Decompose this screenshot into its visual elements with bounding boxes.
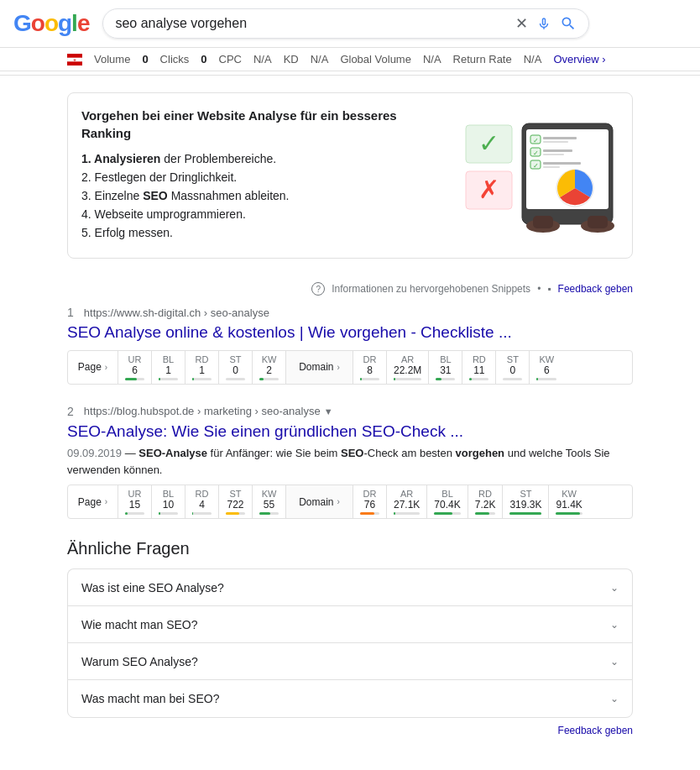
kw-bar-1 bbox=[259, 378, 279, 380]
dr-header-2: DR bbox=[363, 489, 377, 499]
ur-bar-1 bbox=[125, 378, 144, 380]
featured-snippet: Vorgehen bei einer Website Analyse für e… bbox=[67, 92, 633, 259]
volume-value: 0 bbox=[142, 53, 148, 65]
dst-value-2: 319.3K bbox=[509, 499, 541, 511]
kw-header-2: KW bbox=[262, 489, 277, 499]
kw-cell-2: KW 55 bbox=[253, 485, 286, 518]
cpc-value: N/A bbox=[253, 53, 272, 65]
domain-chevron-2: › bbox=[337, 497, 340, 506]
dst-bar-2 bbox=[509, 512, 541, 515]
kw-value-1: 2 bbox=[266, 364, 272, 376]
clear-button[interactable]: ✕ bbox=[515, 14, 528, 33]
info-icon: ? bbox=[311, 282, 325, 296]
question-item-3[interactable]: Warum SEO Analyse? ⌄ bbox=[67, 642, 633, 680]
result-2-title[interactable]: SEO-Analyse: Wie Sie einen gründlichen S… bbox=[67, 422, 463, 440]
chevron-right-icon: › bbox=[105, 363, 107, 372]
snippet-text: Vorgehen bei einer Website Analyse für e… bbox=[81, 107, 442, 244]
result-1-title[interactable]: SEO Analyse online & kostenlos | Wie vor… bbox=[67, 323, 512, 341]
ur-bar-2 bbox=[125, 512, 144, 515]
dbl-value-2: 70.4K bbox=[434, 499, 460, 511]
overview-link[interactable]: Overview › bbox=[553, 53, 605, 65]
st-bar-2 bbox=[226, 512, 245, 515]
st-cell-1: ST 0 bbox=[219, 351, 253, 384]
ur-header-1: UR bbox=[128, 354, 142, 364]
ar-cell-2: AR 27.1K bbox=[387, 485, 427, 518]
st-value-2: 722 bbox=[227, 499, 243, 511]
svg-text:+: + bbox=[73, 56, 76, 61]
dkw-cell-2: KW 91.4K bbox=[549, 485, 588, 518]
snippet-image: ✓ ✗ ✓ ✓ ✓ bbox=[459, 107, 619, 244]
logo-g: G bbox=[13, 10, 31, 36]
header: Google ✕ bbox=[0, 0, 700, 48]
url-dropdown-icon[interactable]: ▼ bbox=[324, 406, 333, 416]
metrics-row: Page › UR 6 BL 1 RD 1 bbox=[68, 351, 632, 384]
info-text: Informationen zu hervorgehobenen Snippet… bbox=[332, 283, 530, 295]
dkw-bar-1 bbox=[536, 378, 556, 380]
bl-bar-1 bbox=[159, 378, 178, 380]
logo-o2: o bbox=[44, 10, 58, 36]
bl-header-1: BL bbox=[163, 354, 174, 364]
svg-text:✓: ✓ bbox=[478, 129, 499, 157]
dr-bar-1 bbox=[360, 378, 379, 380]
bl-cell-1: BL 1 bbox=[152, 351, 185, 384]
dbl-value-1: 31 bbox=[440, 364, 451, 376]
search-input[interactable] bbox=[115, 16, 515, 31]
question-text-4: Was macht man bei SEO? bbox=[81, 692, 219, 705]
global-volume-label: Global Volume bbox=[340, 53, 411, 65]
kd-value: N/A bbox=[311, 53, 329, 65]
snippet-title: Vorgehen bei einer Website Analyse für e… bbox=[81, 107, 442, 142]
seo-flag: + bbox=[67, 54, 82, 65]
kw-bar-2 bbox=[259, 512, 279, 515]
ur-value-2: 15 bbox=[129, 499, 140, 511]
st-value-1: 0 bbox=[232, 364, 238, 376]
question-item-4[interactable]: Was macht man bei SEO? ⌄ bbox=[67, 679, 633, 718]
search-button[interactable] bbox=[560, 15, 577, 32]
drd-cell-1: RD 11 bbox=[462, 351, 496, 384]
result-1-url-text: https://www.sh-digital.ch › seo-analyse bbox=[84, 306, 269, 319]
page-label-2: Page › bbox=[68, 485, 118, 518]
svg-text:✗: ✗ bbox=[478, 175, 499, 203]
dr-cell-2: DR 76 bbox=[353, 485, 387, 518]
drd-value-1: 11 bbox=[473, 364, 484, 376]
question-item-1[interactable]: Was ist eine SEO Analyse? ⌄ bbox=[67, 568, 633, 606]
svg-rect-21 bbox=[543, 166, 560, 168]
ur-cell-2: UR 15 bbox=[118, 485, 152, 518]
header-separator bbox=[0, 75, 700, 76]
mic-button[interactable] bbox=[536, 16, 551, 31]
kw-cell-1: KW 2 bbox=[253, 351, 286, 384]
rd-cell-2: RD 4 bbox=[185, 485, 219, 518]
kw-header-1: KW bbox=[262, 354, 277, 364]
result-1-metrics: Page › UR 6 BL 1 RD 1 bbox=[67, 350, 633, 385]
st-bar-1 bbox=[226, 378, 245, 380]
ar-bar-1 bbox=[394, 378, 421, 380]
svg-rect-13 bbox=[543, 141, 568, 143]
question-list: Was ist eine SEO Analyse? ⌄ Wie macht ma… bbox=[67, 568, 633, 718]
dst-value-1: 0 bbox=[510, 364, 516, 376]
question-item-2[interactable]: Wie macht man SEO? ⌄ bbox=[67, 605, 633, 643]
global-volume-value: N/A bbox=[423, 53, 441, 65]
list-item: 3. Einzelne SEO Massnahmen ableiten. bbox=[81, 189, 442, 202]
snippet-illustration: ✓ ✗ ✓ ✓ ✓ bbox=[459, 117, 619, 234]
result-1-url: 1 https://www.sh-digital.ch › seo-analys… bbox=[67, 306, 633, 319]
info-dot: • bbox=[537, 283, 541, 295]
dkw-bar-2 bbox=[556, 512, 582, 515]
main-content: Vorgehen bei einer Website Analyse für e… bbox=[0, 79, 700, 757]
bl-value-2: 10 bbox=[163, 499, 174, 511]
search-bar: ✕ bbox=[102, 8, 589, 39]
similar-title: Ähnliche Fragen bbox=[67, 539, 633, 558]
result-2-url: 2 https://blog.hubspot.de › marketing › … bbox=[67, 405, 633, 418]
drd-value-2: 7.2K bbox=[475, 499, 496, 511]
result-2-number: 2 bbox=[67, 405, 74, 418]
footer-feedback-link[interactable]: Feedback geben bbox=[558, 725, 633, 736]
info-bar: ? Informationen zu hervorgehobenen Snipp… bbox=[67, 279, 633, 299]
feedback-link[interactable]: Feedback geben bbox=[558, 283, 633, 295]
svg-rect-20 bbox=[543, 162, 581, 165]
page-chevron-2: › bbox=[105, 497, 107, 506]
ar-cell-1: AR 22.2M bbox=[387, 351, 429, 384]
clicks-value: 0 bbox=[201, 53, 206, 65]
svg-rect-16 bbox=[543, 149, 572, 152]
rd-header-1: RD bbox=[196, 354, 209, 364]
bl-cell-2: BL 10 bbox=[152, 485, 185, 518]
result-2-url-text: https://blog.hubspot.de › marketing › se… bbox=[84, 405, 321, 417]
drd-bar-2 bbox=[475, 512, 496, 515]
